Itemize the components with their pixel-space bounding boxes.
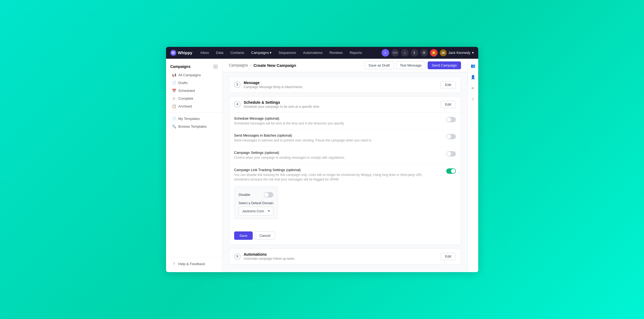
- schedule-card: 4 Schedule & Settings Schedule your camp…: [229, 96, 461, 245]
- sidebar-title-text: Campaigns: [170, 64, 191, 69]
- message-card: 3 Message Campaign Message Body & Attach…: [229, 77, 461, 93]
- automations-card-info: Automations Automate campaign follow up …: [244, 252, 295, 261]
- browse-templates-icon: 🔍: [172, 124, 176, 129]
- batch-messages-desc: Send messages in batches and to prevent …: [234, 138, 372, 143]
- schedule-card-subtitle: Schedule your campaign to be sent at a s…: [244, 105, 319, 109]
- notification-button[interactable]: 🔔: [430, 49, 438, 57]
- scheduled-icon: 📅: [172, 89, 176, 93]
- right-help-icon[interactable]: ?: [469, 96, 477, 103]
- disable-toggle[interactable]: [264, 192, 273, 197]
- sidebar-item-scheduled[interactable]: 📅 Scheduled: [168, 87, 221, 95]
- nav-automations[interactable]: Automations: [300, 49, 326, 56]
- message-card-title: Message: [244, 81, 302, 85]
- sidebar: Campaigns □ 📢 All Campaigns 📄 Drafts 📅 S…: [166, 59, 223, 272]
- batch-messages-label: Send Messages in Batches (optional): [234, 133, 372, 137]
- schedule-card-header: 4 Schedule & Settings Schedule your camp…: [229, 96, 461, 112]
- sidebar-item-archived[interactable]: 📋 Archived: [168, 102, 221, 110]
- message-card-left: 3 Message Campaign Message Body & Attach…: [234, 81, 302, 89]
- drafts-icon: 📄: [172, 81, 176, 85]
- link-tracking-expand: Disable Select a Default Domain Jacksms.…: [234, 186, 278, 219]
- right-eye-icon[interactable]: 👁: [469, 85, 477, 92]
- topnav-right: ＋ </> ⌂ ℹ ⚙ 🔔 JK Jack Kennedy ▾: [382, 49, 474, 57]
- message-edit-button[interactable]: Edit: [441, 81, 456, 88]
- schedule-message-row: Schedule Message (optional) Scheduled me…: [234, 113, 456, 130]
- schedule-edit-button[interactable]: Edit: [441, 101, 456, 108]
- app-logo[interactable]: W Whippy: [170, 50, 192, 56]
- link-tracking-label: Campaign Link Tracking Settings (optiona…: [234, 168, 423, 172]
- batch-messages-info: Send Messages in Batches (optional) Send…: [234, 133, 372, 143]
- sidebar-item-browse-templates[interactable]: 🔍 Browse Templates: [168, 123, 221, 130]
- nav-reports[interactable]: Reports: [346, 49, 365, 56]
- nav-sequences[interactable]: Sequences: [275, 49, 299, 56]
- nav-inbox[interactable]: Inbox: [197, 49, 212, 56]
- campaign-settings-info: Campaign Settings (optional) Control whe…: [234, 151, 345, 160]
- help-icon: ?: [172, 262, 176, 266]
- breadcrumb-parent[interactable]: Campaigns: [229, 63, 248, 67]
- sidebar-item-my-templates[interactable]: 📄 My Templates: [168, 115, 221, 123]
- domain-select[interactable]: Jacksms.Com: [239, 207, 273, 216]
- add-button[interactable]: ＋: [382, 49, 389, 57]
- batch-messages-toggle[interactable]: [446, 134, 456, 139]
- logo-icon: W: [170, 50, 176, 56]
- content-header: Campaigns › Create New Campaign Save as …: [223, 59, 467, 72]
- breadcrumb-separator: ›: [250, 63, 251, 67]
- test-message-button[interactable]: Test Message: [396, 61, 425, 69]
- nav-data[interactable]: Data: [213, 49, 226, 56]
- sidebar-item-help[interactable]: ? Help & Feedback: [168, 260, 221, 268]
- schedule-card-body: Schedule Message (optional) Scheduled me…: [229, 112, 461, 228]
- main-layout: Campaigns □ 📢 All Campaigns 📄 Drafts 📅 S…: [166, 59, 478, 272]
- save-draft-button[interactable]: Save as Draft: [364, 61, 394, 69]
- sidebar-item-all-campaigns[interactable]: 📢 All Campaigns: [168, 71, 221, 79]
- nav-campaigns[interactable]: Campaigns ▾: [248, 49, 275, 56]
- content-area: Campaigns › Create New Campaign Save as …: [223, 59, 467, 272]
- batch-messages-row: Send Messages in Batches (optional) Send…: [234, 130, 456, 147]
- automations-step-badge: 5: [234, 253, 241, 260]
- automations-edit-button[interactable]: Edit: [441, 253, 456, 260]
- nav-reviews[interactable]: Reviews: [326, 49, 346, 56]
- user-avatar: JK: [440, 49, 447, 56]
- send-campaign-button[interactable]: Send Campaign: [428, 61, 461, 69]
- app-name: Whippy: [178, 50, 192, 55]
- header-actions: Save as Draft Test Message Send Campaign: [364, 61, 461, 69]
- archived-icon: 📋: [172, 104, 176, 108]
- automations-card-subtitle: Automate campaign follow up tasks.: [244, 257, 295, 261]
- message-card-subtitle: Campaign Message Body & Attachments: [244, 85, 302, 89]
- automations-card-title: Automations: [244, 252, 295, 256]
- schedule-card-left: 4 Schedule & Settings Schedule your camp…: [234, 100, 319, 109]
- schedule-step-badge: 4: [234, 101, 241, 108]
- sidebar-item-drafts[interactable]: 📄 Drafts: [168, 79, 221, 87]
- user-menu[interactable]: JK Jack Kennedy ▾: [440, 49, 474, 56]
- code-button[interactable]: </>: [391, 49, 399, 57]
- link-tracking-toggle[interactable]: [446, 168, 456, 174]
- card-actions: Save Cancel: [229, 228, 461, 245]
- all-campaigns-icon: 📢: [172, 73, 176, 77]
- nav-links: Inbox Data Contacts Campaigns ▾ Sequence…: [197, 49, 382, 56]
- sidebar-badge: □: [213, 64, 218, 69]
- info-button[interactable]: ℹ: [411, 49, 418, 57]
- message-card-header: 3 Message Campaign Message Body & Attach…: [229, 77, 461, 93]
- save-button[interactable]: Save: [234, 231, 253, 240]
- my-templates-icon: 📄: [172, 117, 176, 121]
- settings-button[interactable]: ⚙: [420, 49, 428, 57]
- message-card-info: Message Campaign Message Body & Attachme…: [244, 81, 302, 89]
- sidebar-item-complete[interactable]: ⊙ Complete: [168, 95, 221, 102]
- domain-label: Select a Default Domain: [239, 201, 273, 205]
- schedule-card-info: Schedule & Settings Schedule your campai…: [244, 100, 319, 109]
- home-button[interactable]: ⌂: [401, 49, 409, 57]
- schedule-message-toggle[interactable]: [446, 117, 456, 122]
- right-person-icon[interactable]: 👤: [469, 73, 477, 81]
- schedule-card-title: Schedule & Settings: [244, 100, 319, 105]
- right-people-icon[interactable]: 👥: [469, 62, 477, 70]
- link-tracking-info: Campaign Link Tracking Settings (optiona…: [234, 168, 423, 182]
- campaign-settings-desc: Control when your campaign is sending me…: [234, 155, 345, 160]
- top-navigation: W Whippy Inbox Data Contacts Campaigns ▾…: [166, 47, 478, 59]
- schedule-message-desc: Scheduled messages will be sent at the t…: [234, 121, 345, 126]
- campaign-settings-row: Campaign Settings (optional) Control whe…: [234, 147, 456, 164]
- disable-label: Disable: [239, 193, 250, 197]
- breadcrumb: Campaigns › Create New Campaign: [229, 63, 296, 68]
- cancel-button[interactable]: Cancel: [255, 231, 275, 240]
- campaign-settings-toggle[interactable]: [446, 151, 456, 157]
- breadcrumb-current: Create New Campaign: [254, 63, 296, 68]
- nav-contacts[interactable]: Contacts: [227, 49, 247, 56]
- complete-icon: ⊙: [172, 96, 176, 100]
